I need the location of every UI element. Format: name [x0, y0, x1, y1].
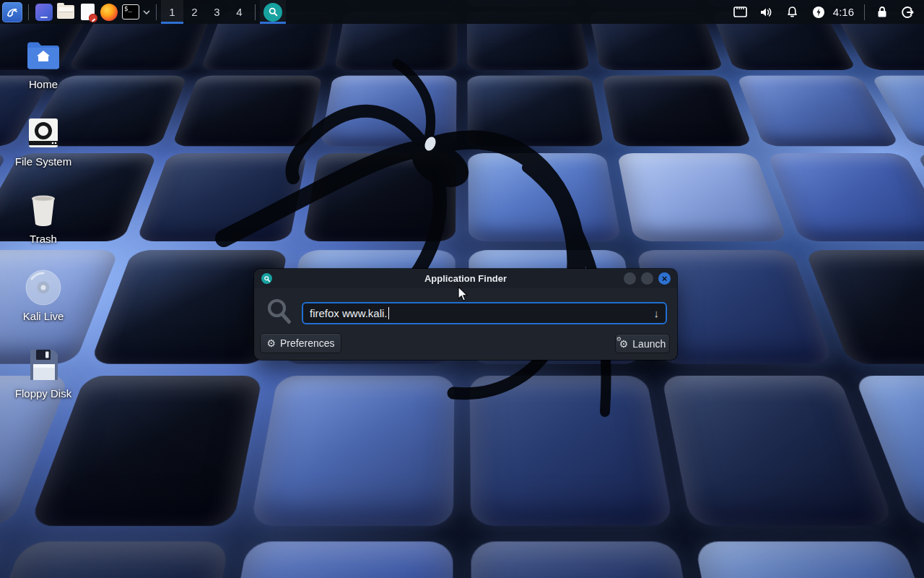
desktop-icon-home[interactable]: Home	[9, 33, 78, 111]
volume-indicator[interactable]	[754, 0, 780, 24]
launch-button-label: Launch	[632, 338, 666, 350]
document-edit-icon	[81, 4, 95, 20]
taskbar-application-finder[interactable]	[260, 0, 286, 24]
desktop-icon-list: Home File System	[9, 33, 78, 420]
lock-icon	[876, 6, 888, 18]
network-indicator[interactable]	[728, 0, 754, 24]
panel-separator	[156, 4, 157, 20]
bell-icon	[786, 6, 798, 18]
network-icon	[733, 7, 747, 17]
clock[interactable]: 4:16	[832, 6, 860, 18]
lock-screen-button[interactable]	[869, 0, 895, 24]
preferences-button-label: Preferences	[280, 337, 334, 349]
search-input-value: firefox www.kali.	[310, 307, 388, 319]
maximize-button[interactable]	[641, 272, 653, 285]
desktop: $_ 1 2 3 4	[0, 0, 924, 578]
mouse-cursor	[458, 286, 469, 302]
dock-launcher[interactable]	[33, 0, 55, 24]
preferences-button[interactable]: ⚙ Preferences	[260, 333, 341, 353]
floppy-disk-icon	[27, 342, 59, 387]
desktop-icon-floppy-disk[interactable]: Floppy Disk	[9, 342, 78, 420]
kali-dragon-logo	[180, 22, 657, 441]
desktop-icon-trash[interactable]: Trash	[9, 188, 78, 265]
notifications-indicator[interactable]	[780, 0, 806, 24]
application-finder-window: Application Finder × firefox www.kali. ↓…	[254, 269, 677, 360]
titlebar[interactable]: Application Finder ×	[254, 269, 677, 288]
home-folder-icon	[26, 33, 61, 78]
workspace-1[interactable]: 1	[161, 0, 183, 24]
kali-menu-icon	[5, 5, 19, 20]
desktop-icon-file-system[interactable]: File System	[9, 111, 78, 188]
search-icon	[266, 298, 292, 328]
panel-separator	[864, 4, 865, 20]
minimize-button[interactable]	[624, 272, 636, 285]
application-finder-icon	[263, 3, 282, 22]
desktop-icon-label: Trash	[30, 233, 57, 245]
text-caret	[388, 307, 390, 319]
applications-menu-button[interactable]	[2, 2, 22, 22]
logout-button[interactable]	[895, 0, 921, 24]
gear-icon: ⚙	[266, 338, 276, 348]
hard-drive-icon	[27, 111, 60, 155]
battery-power-icon	[812, 6, 825, 19]
panel-separator	[255, 4, 256, 20]
desktop-app-icon	[35, 4, 53, 21]
workspace-3[interactable]: 3	[206, 0, 228, 24]
close-button[interactable]: ×	[658, 272, 671, 285]
desktop-icon-kali-live[interactable]: Kali Live	[9, 265, 78, 342]
window-title: Application Finder	[254, 273, 677, 284]
desktop-icon-label: File System	[15, 155, 71, 168]
speaker-icon	[759, 7, 773, 18]
text-editor-launcher[interactable]	[77, 0, 98, 24]
trash-icon	[28, 188, 58, 233]
desktop-icon-label: Home	[29, 78, 58, 90]
terminal-launcher[interactable]: $_	[120, 0, 141, 24]
launcher-dropdown[interactable]	[141, 0, 152, 24]
launch-button[interactable]: ⚙⚙ Launch	[615, 334, 670, 353]
dropdown-arrow-icon[interactable]: ↓	[654, 307, 660, 319]
terminal-icon: $_	[122, 4, 139, 20]
search-input[interactable]: firefox www.kali. ↓	[302, 302, 667, 324]
firefox-icon	[100, 4, 118, 21]
top-panel: $_ 1 2 3 4	[0, 0, 924, 24]
desktop-icon-label: Kali Live	[23, 310, 64, 322]
folder-icon	[57, 5, 74, 19]
power-manager-indicator[interactable]	[806, 0, 832, 24]
desktop-icon-label: Floppy Disk	[15, 387, 71, 400]
file-manager-launcher[interactable]	[55, 0, 77, 24]
workspace-2[interactable]: 2	[183, 0, 206, 24]
disc-icon	[25, 265, 62, 310]
workspace-4[interactable]: 4	[228, 0, 250, 24]
chevron-down-icon	[143, 10, 150, 14]
logout-icon	[902, 6, 915, 19]
firefox-launcher[interactable]	[98, 0, 120, 24]
panel-separator	[28, 4, 29, 20]
launch-gears-icon: ⚙⚙	[619, 339, 629, 349]
